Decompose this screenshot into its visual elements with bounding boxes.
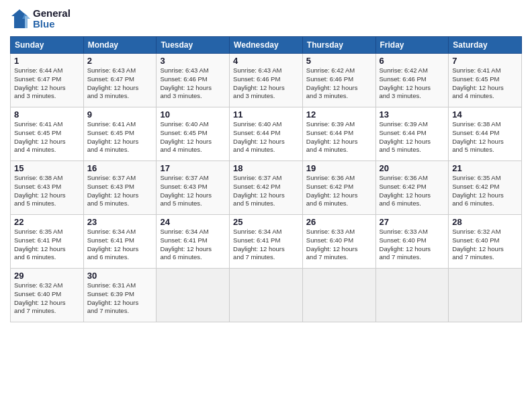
col-saturday: Saturday xyxy=(449,37,522,54)
day-cell: 19 Sunrise: 6:36 AMSunset: 6:42 PMDaylig… xyxy=(302,161,375,215)
day-cell: 30 Sunrise: 6:31 AMSunset: 6:39 PMDaylig… xyxy=(83,269,157,322)
header-row: Sunday Monday Tuesday Wednesday Thursday… xyxy=(11,37,522,54)
day-cell: 5 Sunrise: 6:42 AMSunset: 6:46 PMDayligh… xyxy=(302,54,375,107)
day-cell: 12 Sunrise: 6:39 AMSunset: 6:44 PMDaylig… xyxy=(302,107,375,161)
day-number: 24 xyxy=(160,217,226,227)
day-number: 5 xyxy=(306,56,372,66)
day-info: Sunrise: 6:34 AMSunset: 6:41 PMDaylight:… xyxy=(160,228,226,262)
day-info: Sunrise: 6:42 AMSunset: 6:46 PMDaylight:… xyxy=(306,66,372,101)
day-number: 10 xyxy=(160,109,226,120)
day-cell: 14 Sunrise: 6:38 AMSunset: 6:44 PMDaylig… xyxy=(449,107,522,161)
day-info: Sunrise: 6:40 AMSunset: 6:45 PMDaylight:… xyxy=(160,120,226,154)
day-cell: 7 Sunrise: 6:41 AMSunset: 6:45 PMDayligh… xyxy=(449,54,522,107)
logo-line2: Blue xyxy=(33,19,71,30)
day-info: Sunrise: 6:37 AMSunset: 6:42 PMDaylight:… xyxy=(233,174,299,208)
day-cell: 21 Sunrise: 6:35 AMSunset: 6:42 PMDaylig… xyxy=(449,161,522,215)
day-number: 15 xyxy=(14,163,80,173)
day-info: Sunrise: 6:32 AMSunset: 6:40 PMDaylight:… xyxy=(452,228,518,262)
day-number: 20 xyxy=(380,163,445,173)
day-info: Sunrise: 6:40 AMSunset: 6:44 PMDaylight:… xyxy=(233,120,299,154)
day-cell: 25 Sunrise: 6:34 AMSunset: 6:41 PMDaylig… xyxy=(230,215,303,269)
day-number: 25 xyxy=(233,217,299,227)
day-info: Sunrise: 6:36 AMSunset: 6:42 PMDaylight:… xyxy=(306,174,372,208)
day-info: Sunrise: 6:37 AMSunset: 6:43 PMDaylight:… xyxy=(160,174,226,208)
day-cell: 8 Sunrise: 6:41 AMSunset: 6:45 PMDayligh… xyxy=(11,107,84,161)
day-info: Sunrise: 6:31 AMSunset: 6:39 PMDaylight:… xyxy=(87,281,153,316)
day-number: 9 xyxy=(87,109,153,120)
day-info: Sunrise: 6:39 AMSunset: 6:44 PMDaylight:… xyxy=(380,120,445,154)
day-info: Sunrise: 6:34 AMSunset: 6:41 PMDaylight:… xyxy=(87,228,153,262)
logo-text-block: General Blue xyxy=(10,7,71,31)
day-cell: 11 Sunrise: 6:40 AMSunset: 6:44 PMDaylig… xyxy=(230,107,303,161)
day-cell: 13 Sunrise: 6:39 AMSunset: 6:44 PMDaylig… xyxy=(375,107,449,161)
day-cell xyxy=(230,269,303,322)
day-cell: 17 Sunrise: 6:37 AMSunset: 6:43 PMDaylig… xyxy=(157,161,230,215)
day-number: 26 xyxy=(306,217,372,227)
week-row-3: 15 Sunrise: 6:38 AMSunset: 6:43 PMDaylig… xyxy=(11,161,522,215)
day-info: Sunrise: 6:43 AMSunset: 6:47 PMDaylight:… xyxy=(87,66,153,101)
calendar-table: Sunday Monday Tuesday Wednesday Thursday… xyxy=(10,36,522,322)
day-info: Sunrise: 6:41 AMSunset: 6:45 PMDaylight:… xyxy=(14,120,80,154)
day-info: Sunrise: 6:41 AMSunset: 6:45 PMDaylight:… xyxy=(452,66,518,101)
day-info: Sunrise: 6:32 AMSunset: 6:40 PMDaylight:… xyxy=(14,281,80,316)
day-info: Sunrise: 6:43 AMSunset: 6:46 PMDaylight:… xyxy=(233,66,299,101)
day-number: 23 xyxy=(87,217,153,227)
day-cell: 10 Sunrise: 6:40 AMSunset: 6:45 PMDaylig… xyxy=(157,107,230,161)
day-info: Sunrise: 6:34 AMSunset: 6:41 PMDaylight:… xyxy=(233,228,299,262)
day-number: 28 xyxy=(452,217,518,227)
day-info: Sunrise: 6:44 AMSunset: 6:47 PMDaylight:… xyxy=(14,66,80,101)
day-cell: 16 Sunrise: 6:37 AMSunset: 6:43 PMDaylig… xyxy=(83,161,157,215)
day-info: Sunrise: 6:39 AMSunset: 6:44 PMDaylight:… xyxy=(306,120,372,154)
day-number: 30 xyxy=(87,271,153,281)
day-number: 11 xyxy=(233,109,299,120)
header: General Blue xyxy=(10,7,522,31)
day-cell: 1 Sunrise: 6:44 AMSunset: 6:47 PMDayligh… xyxy=(11,54,84,107)
day-info: Sunrise: 6:35 AMSunset: 6:42 PMDaylight:… xyxy=(452,174,518,208)
col-wednesday: Wednesday xyxy=(230,37,303,54)
day-cell: 28 Sunrise: 6:32 AMSunset: 6:40 PMDaylig… xyxy=(449,215,522,269)
page: General Blue Sunday Monday Tuesday Wedne… xyxy=(0,0,532,411)
day-cell: 6 Sunrise: 6:42 AMSunset: 6:46 PMDayligh… xyxy=(375,54,449,107)
day-cell: 18 Sunrise: 6:37 AMSunset: 6:42 PMDaylig… xyxy=(230,161,303,215)
day-cell xyxy=(375,269,449,322)
day-cell: 20 Sunrise: 6:36 AMSunset: 6:42 PMDaylig… xyxy=(375,161,449,215)
day-number: 16 xyxy=(87,163,153,173)
day-info: Sunrise: 6:33 AMSunset: 6:40 PMDaylight:… xyxy=(380,228,445,262)
day-cell xyxy=(302,269,375,322)
logo-line1: General xyxy=(33,8,71,19)
day-number: 8 xyxy=(14,109,80,120)
day-number: 1 xyxy=(14,56,80,66)
day-cell: 4 Sunrise: 6:43 AMSunset: 6:46 PMDayligh… xyxy=(230,54,303,107)
logo-bird-icon xyxy=(10,7,30,31)
week-row-1: 1 Sunrise: 6:44 AMSunset: 6:47 PMDayligh… xyxy=(11,54,522,107)
day-cell: 23 Sunrise: 6:34 AMSunset: 6:41 PMDaylig… xyxy=(83,215,157,269)
day-info: Sunrise: 6:33 AMSunset: 6:40 PMDaylight:… xyxy=(306,228,372,262)
day-number: 22 xyxy=(14,217,80,227)
day-info: Sunrise: 6:41 AMSunset: 6:45 PMDaylight:… xyxy=(87,120,153,154)
day-number: 17 xyxy=(160,163,226,173)
day-cell: 22 Sunrise: 6:35 AMSunset: 6:41 PMDaylig… xyxy=(11,215,84,269)
day-number: 14 xyxy=(452,109,518,120)
day-cell: 9 Sunrise: 6:41 AMSunset: 6:45 PMDayligh… xyxy=(83,107,157,161)
day-info: Sunrise: 6:43 AMSunset: 6:46 PMDaylight:… xyxy=(160,66,226,101)
day-number: 6 xyxy=(380,56,445,66)
day-number: 19 xyxy=(306,163,372,173)
week-row-2: 8 Sunrise: 6:41 AMSunset: 6:45 PMDayligh… xyxy=(11,107,522,161)
day-cell xyxy=(157,269,230,322)
day-number: 7 xyxy=(452,56,518,66)
day-cell: 15 Sunrise: 6:38 AMSunset: 6:43 PMDaylig… xyxy=(11,161,84,215)
day-cell: 3 Sunrise: 6:43 AMSunset: 6:46 PMDayligh… xyxy=(157,54,230,107)
day-info: Sunrise: 6:38 AMSunset: 6:43 PMDaylight:… xyxy=(14,174,80,208)
day-number: 27 xyxy=(380,217,445,227)
week-row-4: 22 Sunrise: 6:35 AMSunset: 6:41 PMDaylig… xyxy=(11,215,522,269)
col-thursday: Thursday xyxy=(302,37,375,54)
day-info: Sunrise: 6:36 AMSunset: 6:42 PMDaylight:… xyxy=(380,174,445,208)
day-cell xyxy=(449,269,522,322)
day-cell: 24 Sunrise: 6:34 AMSunset: 6:41 PMDaylig… xyxy=(157,215,230,269)
day-number: 21 xyxy=(452,163,518,173)
day-number: 2 xyxy=(87,56,153,66)
col-sunday: Sunday xyxy=(11,37,84,54)
col-tuesday: Tuesday xyxy=(157,37,230,54)
day-info: Sunrise: 6:38 AMSunset: 6:44 PMDaylight:… xyxy=(452,120,518,154)
day-number: 4 xyxy=(233,56,299,66)
